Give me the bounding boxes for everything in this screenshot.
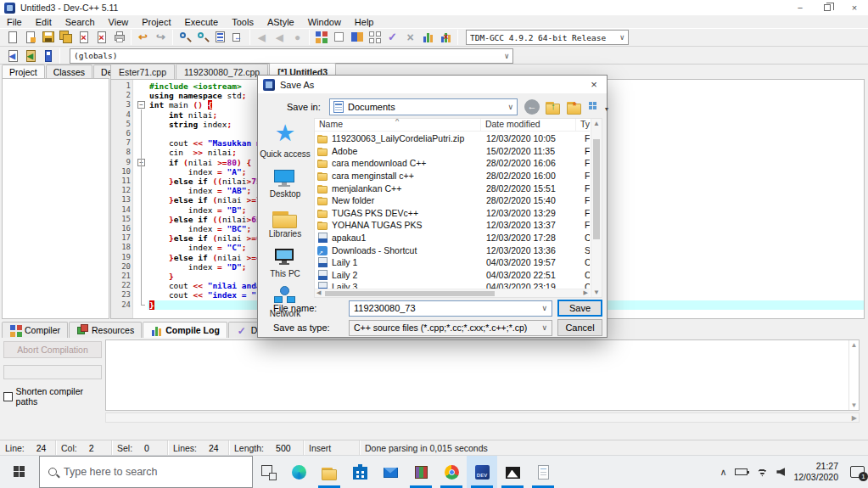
column-header-type[interactable]: Ty (575, 119, 590, 131)
dock-tab-compiler[interactable]: Compiler (2, 322, 68, 338)
toolbar-button-profile-delete[interactable]: × (437, 29, 455, 46)
sidebar-place-desktop[interactable]: Desktop (258, 166, 312, 199)
file-row[interactable]: apakau112/03/2020 17:28C- (315, 232, 590, 244)
toolbar-button-compile[interactable] (312, 29, 330, 46)
file-row[interactable]: Laily 204/03/2020 22:51C- (315, 269, 590, 282)
dialog-close-button[interactable]: × (581, 76, 607, 93)
sidebar-place-libraries[interactable]: Libraries (258, 206, 312, 238)
toolbar-button-save-all[interactable] (57, 29, 75, 46)
close-button[interactable]: × (841, 0, 868, 15)
battery-icon[interactable] (735, 468, 748, 475)
abort-compilation-button[interactable]: Abort Compilation (3, 341, 102, 358)
hidden-icons-chevron-icon[interactable]: ∧ (720, 467, 726, 478)
toolbar-button-save[interactable] (39, 29, 57, 46)
toolbar-button-run[interactable] (330, 29, 348, 46)
toolbar-button-print[interactable] (110, 29, 128, 46)
dialog-views-button[interactable]: ▾ (588, 99, 603, 115)
file-list[interactable]: Name^Date modifiedTy 119230063_LailyCord… (314, 118, 602, 298)
file-list-vertical-scrollbar[interactable]: ▲ ▼ (591, 119, 602, 297)
action-center-icon[interactable]: 1 (850, 466, 865, 478)
taskbar-search-box[interactable]: Type here to search (39, 456, 253, 488)
scroll-left-icon[interactable]: ◀ (316, 289, 321, 296)
scrollbar-thumb[interactable] (593, 139, 600, 239)
menu-item-edit[interactable]: Edit (29, 17, 59, 27)
file-row[interactable]: 119230063_LailyCordeliaPutri.zip12/03/20… (315, 132, 590, 145)
scrollbar-thumb[interactable] (325, 291, 495, 296)
file-row[interactable]: cara mendownload C++28/02/2020 16:06Fil (315, 157, 590, 170)
dock-tab-compile-log[interactable]: Compile Log (143, 322, 227, 338)
toolbar-button-swap-header[interactable]: ↔ (229, 29, 247, 46)
wifi-icon[interactable] (756, 468, 768, 477)
shorten-compiler-paths-option[interactable]: Shorten compiler paths (3, 386, 104, 407)
menu-item-window[interactable]: Window (301, 17, 348, 27)
toolbar-button-debug-check[interactable]: ✓ (384, 29, 401, 46)
restore-button[interactable] (814, 0, 841, 15)
save-in-combobox[interactable]: Documents ∨ (329, 98, 518, 115)
taskbar-app-edge[interactable] (283, 456, 314, 488)
start-button[interactable] (0, 456, 39, 488)
menu-item-help[interactable]: Help (348, 17, 381, 27)
toolbar-button-replace[interactable] (211, 29, 229, 46)
left-tab-classes[interactable]: Classes (46, 65, 92, 79)
fold-collapse-icon[interactable]: − (137, 101, 145, 109)
taskbar-app-document-app[interactable] (528, 456, 558, 488)
toolbar-button-new-source[interactable] (21, 29, 39, 46)
file-row[interactable]: New folder28/02/2020 15:40Fil (315, 194, 590, 207)
taskbar-app-mail[interactable] (375, 456, 406, 488)
toolbar-button-close-all[interactable]: × (92, 29, 110, 46)
taskbar-app-task-view[interactable] (253, 456, 283, 488)
left-tab-project[interactable]: Project (2, 65, 45, 79)
column-header-date[interactable]: Date modified (480, 119, 575, 131)
minimize-button[interactable]: − (787, 0, 814, 15)
file-name-input[interactable]: 119230080_73 ∨ (349, 300, 552, 317)
file-row[interactable]: cara menginstall c++28/02/2020 16:00Fil (315, 170, 590, 182)
taskbar-app-chrome[interactable] (436, 456, 467, 488)
project-panel[interactable] (2, 78, 109, 319)
menu-item-file[interactable]: File (0, 17, 29, 27)
toolbar-button-rebuild[interactable] (366, 29, 384, 46)
dialog-back-button[interactable]: ← (524, 99, 540, 115)
compiler-profile-combobox[interactable]: TDM-GCC 4.9.2 64-bit Release ∨ (466, 30, 629, 45)
file-row[interactable]: Downloads - Shortcut12/03/2020 13:36Sh (315, 244, 590, 256)
globals-combobox[interactable]: (globals) ∨ (70, 48, 513, 64)
file-row[interactable]: Laily 104/03/2020 19:57C- (315, 256, 590, 269)
dialog-new-folder-button[interactable]: * (567, 99, 582, 115)
sidebar-place-quick-access[interactable]: ★Quick access (258, 126, 312, 159)
compile-log-area[interactable]: ▲▼ (105, 339, 860, 411)
dock-tab-resources[interactable]: Resources (69, 322, 142, 338)
toolbar-button-profile[interactable] (419, 29, 437, 46)
toolbar-button-class-browser[interactable] (39, 48, 57, 65)
taskbar-app-store[interactable] (344, 456, 375, 488)
dialog-up-folder-button[interactable]: ↑ (546, 99, 561, 115)
log-vertical-scrollbar[interactable]: ▲▼ (848, 340, 859, 410)
file-row[interactable]: menjalankan C++28/02/2020 15:51Fil (315, 182, 590, 194)
save-as-type-combobox[interactable]: C++ source files (*.cpp;*.cc;*.cxx;*.c++… (349, 320, 552, 336)
toolbar-button-new-file[interactable] (3, 29, 21, 46)
taskbar-app-file-explorer[interactable] (314, 456, 344, 488)
editor-tab[interactable]: Ester71.cpp (110, 64, 175, 79)
volume-icon[interactable] (776, 468, 785, 476)
toolbar-button-close-file[interactable]: × (75, 29, 92, 46)
toolbar-button-compile-run[interactable] (348, 29, 366, 46)
file-list-horizontal-scrollbar[interactable]: ◀ ▶ (315, 289, 590, 297)
toolbar-button-undo[interactable]: ↩ (134, 29, 152, 46)
taskbar-app-winrar[interactable] (406, 456, 436, 488)
toolbar-button-goto-declaration[interactable]: ◀ (3, 48, 21, 65)
menu-item-search[interactable]: Search (59, 17, 102, 27)
toolbar-button-goto-implementation[interactable]: ◀ (21, 48, 39, 65)
toolbar-button-redo[interactable]: ↪ (152, 29, 170, 46)
checkbox[interactable] (3, 392, 13, 401)
cancel-button[interactable]: Cancel (557, 319, 602, 336)
column-header-name[interactable]: Name^ (315, 119, 480, 131)
save-button[interactable]: Save (557, 300, 602, 317)
taskbar-app-devcpp[interactable]: DEV (467, 456, 497, 488)
taskbar-clock[interactable]: 21:27 12/03/2020 (793, 461, 838, 483)
sidebar-place-this-pc[interactable]: This PC (258, 246, 312, 278)
toolbar-button-find-next[interactable] (193, 29, 211, 46)
file-row[interactable]: Adobe15/02/2020 11:35Fil (315, 145, 590, 158)
menu-item-astyle[interactable]: AStyle (260, 17, 301, 27)
scroll-up-icon[interactable]: ▲ (591, 120, 602, 127)
editor-tab[interactable]: 119230080_72.cpp (176, 64, 268, 79)
menu-item-project[interactable]: Project (135, 17, 177, 27)
file-row[interactable]: TUGAS PKS DEVc++12/03/2020 13:29Fil (315, 207, 590, 220)
